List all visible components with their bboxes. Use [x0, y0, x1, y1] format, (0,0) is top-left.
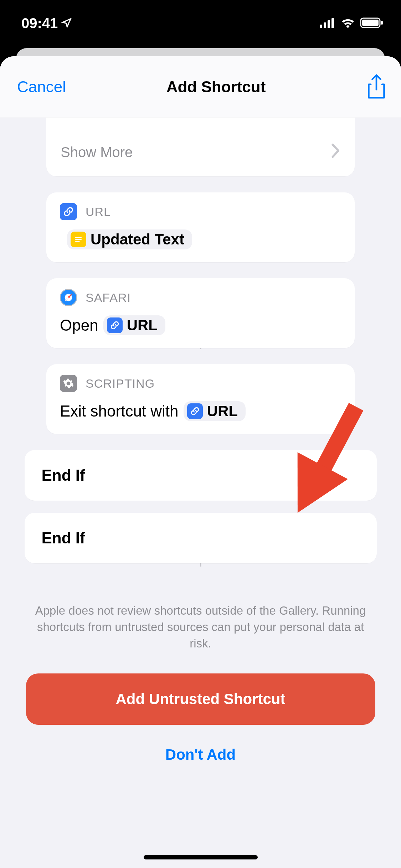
show-more-row[interactable]: Show More [61, 128, 340, 176]
sheet-title: Add Shortcut [166, 78, 266, 96]
svg-rect-3 [331, 18, 334, 28]
sheet-header: Cancel Add Shortcut [0, 56, 401, 118]
text-icon [71, 232, 86, 247]
end-if-card[interactable]: End If [25, 513, 377, 563]
chevron-right-icon [331, 144, 340, 161]
scripting-action-card[interactable]: SCRIPTING Exit shortcut with URL [46, 364, 355, 434]
link-icon [107, 317, 123, 333]
url-action-card[interactable]: URL Updated Text [46, 192, 355, 262]
svg-rect-1 [324, 22, 326, 28]
add-untrusted-button[interactable]: Add Untrusted Shortcut [26, 673, 375, 725]
modal-sheet: Cancel Add Shortcut Show More [0, 56, 401, 868]
untrusted-warning: Apple does not review shortcuts outside … [0, 603, 401, 652]
safari-icon [60, 289, 77, 306]
safari-prefix: Open [60, 316, 98, 334]
scripting-prefix: Exit shortcut with [60, 402, 179, 420]
show-more-label: Show More [61, 144, 133, 160]
gear-icon [60, 375, 77, 392]
svg-rect-2 [328, 20, 330, 28]
safari-action-card[interactable]: SAFARI Open URL [46, 278, 355, 348]
svg-rect-0 [320, 25, 322, 28]
cellular-icon [320, 15, 335, 31]
share-icon [366, 74, 387, 100]
battery-icon [360, 15, 383, 31]
updated-text-pill[interactable]: Updated Text [67, 229, 192, 249]
status-bar: 09:41 [0, 0, 401, 46]
home-indicator [144, 855, 258, 859]
url-pill[interactable]: URL [103, 315, 165, 335]
cancel-button[interactable]: Cancel [17, 78, 66, 96]
wifi-icon [340, 15, 355, 31]
url-pill[interactable]: URL [184, 401, 246, 421]
dont-add-button[interactable]: Don't Add [0, 746, 401, 763]
svg-rect-5 [362, 20, 379, 26]
status-time: 09:41 [21, 15, 58, 31]
svg-rect-6 [381, 21, 383, 25]
safari-header-label: SAFARI [86, 291, 131, 305]
scripting-header-label: SCRIPTING [86, 377, 155, 391]
end-if-card[interactable]: End If [25, 450, 377, 501]
link-icon [60, 203, 77, 220]
show-more-card: Show More [46, 118, 355, 176]
link-icon [187, 403, 203, 419]
location-icon [61, 15, 72, 31]
share-button[interactable] [366, 74, 387, 100]
url-header-label: URL [86, 205, 111, 219]
